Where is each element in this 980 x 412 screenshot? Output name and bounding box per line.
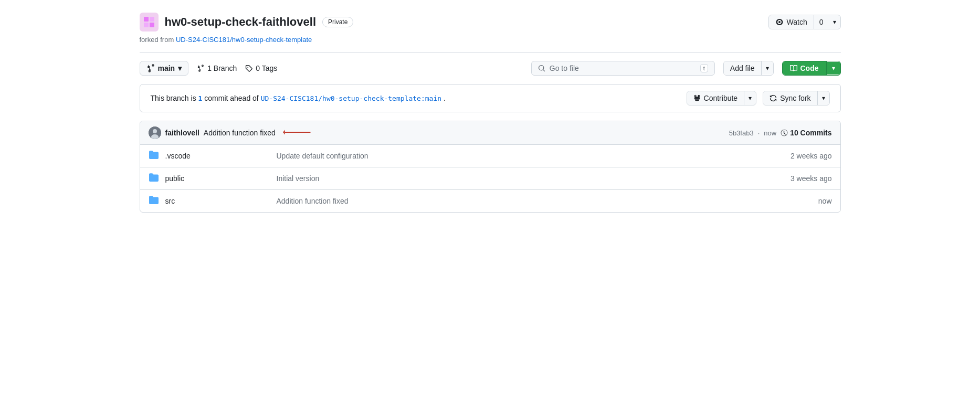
code-caret-icon[interactable]: ▾ — [827, 62, 840, 75]
folder-icon-public — [149, 173, 159, 184]
fork-link[interactable]: UD-S24-CISC181/hw0-setup-check-template — [176, 36, 312, 44]
search-icon — [538, 65, 545, 72]
toolbar-left: main ▾ 1 Branch 0 Tags — [140, 61, 523, 76]
folder-icon-src — [149, 195, 159, 207]
file-commit-msg-public: Initial version — [277, 174, 773, 183]
sync-fork-button-group[interactable]: Sync fork ▾ — [763, 91, 829, 105]
branch-selector[interactable]: main ▾ — [140, 61, 189, 76]
watch-button-main[interactable]: Watch — [769, 15, 814, 29]
branch-banner-text: This branch is 1 commit ahead of UD-S24-… — [151, 94, 446, 102]
code-icon — [790, 65, 797, 72]
commits-link[interactable]: 10 Commits — [781, 129, 831, 137]
commits-count: 10 Commits — [790, 129, 831, 137]
code-button-main[interactable]: Code — [783, 61, 827, 75]
branch-icon — [146, 64, 155, 72]
banner-text-after: . — [444, 94, 446, 102]
file-name-public[interactable]: public — [165, 174, 270, 183]
svg-rect-1 — [150, 17, 154, 22]
watch-count[interactable]: 0 — [814, 15, 829, 29]
sync-fork-label: Sync fork — [780, 94, 810, 102]
banner-commit-count[interactable]: 1 — [198, 94, 203, 102]
commit-author: faithlovell Addition function fixed — [149, 126, 729, 139]
search-input[interactable] — [550, 64, 696, 72]
branch-banner: This branch is 1 commit ahead of UD-S24-… — [140, 84, 841, 112]
search-shortcut: t — [700, 64, 708, 72]
code-button-group[interactable]: Code ▾ — [782, 61, 841, 76]
tag-icon — [245, 65, 252, 72]
banner-text-middle: commit ahead of — [204, 94, 260, 102]
commit-hash-dot: · — [758, 129, 760, 137]
file-row: src Addition function fixed now — [140, 190, 840, 212]
watch-button-group[interactable]: Watch 0 ▾ — [768, 15, 841, 29]
sync-icon — [770, 94, 777, 102]
banner-text-before: This branch is — [151, 94, 196, 102]
svg-marker-8 — [283, 130, 285, 134]
file-commit-msg-vscode: Update default configuration — [277, 152, 773, 160]
file-row: public Initial version 3 weeks ago — [140, 167, 840, 190]
tag-count-label: 0 Tags — [256, 64, 277, 72]
branch-caret-icon: ▾ — [178, 64, 182, 72]
repo-icon — [140, 13, 159, 31]
avatar-image — [149, 126, 161, 139]
contribute-button-group[interactable]: Contribute ▾ — [687, 91, 757, 105]
sync-fork-button-main[interactable]: Sync fork — [763, 91, 817, 105]
contribute-caret-icon[interactable]: ▾ — [744, 92, 756, 104]
code-label: Code — [800, 64, 819, 72]
toolbar: main ▾ 1 Branch 0 Tags — [140, 61, 841, 76]
contribute-label: Contribute — [704, 94, 738, 102]
file-name-vscode[interactable]: .vscode — [165, 152, 270, 160]
add-file-main[interactable]: Add file — [724, 61, 762, 75]
file-table: faithlovell Addition function fixed 5b3f… — [140, 121, 841, 213]
fork-text: forked from — [140, 36, 174, 44]
file-time-vscode: 2 weeks ago — [779, 152, 832, 160]
avatar[interactable] — [149, 126, 161, 139]
svg-rect-2 — [144, 23, 149, 27]
file-time-src: now — [779, 197, 832, 205]
eye-icon — [775, 18, 784, 26]
fork-info: forked from UD-S24-CISC181/hw0-setup-che… — [140, 36, 841, 44]
watch-label: Watch — [787, 18, 807, 26]
contribute-icon — [693, 94, 701, 102]
branch-count-icon — [197, 65, 204, 72]
branch-name: main — [158, 64, 175, 72]
repo-name: hw0-setup-check-faithlovell — [165, 15, 317, 29]
add-file-caret-icon[interactable]: ▾ — [762, 62, 773, 75]
contribute-button-main[interactable]: Contribute — [687, 91, 745, 105]
folder-icon-vscode — [149, 150, 159, 162]
branch-count-label: 1 Branch — [207, 64, 237, 72]
add-file-button-group[interactable]: Add file ▾ — [723, 61, 774, 76]
file-row: .vscode Update default configuration 2 w… — [140, 145, 840, 167]
arrow-indicator — [283, 127, 314, 139]
private-badge: Private — [322, 17, 353, 27]
commit-time: now — [764, 129, 776, 137]
svg-point-5 — [153, 129, 157, 133]
branch-banner-actions: Contribute ▾ Sync fork ▾ — [687, 91, 830, 105]
repo-header: hw0-setup-check-faithlovell Private Watc… — [140, 13, 841, 31]
commit-hash: 5b3fab3 — [729, 129, 754, 137]
banner-upstream-link[interactable]: UD-S24-CISC181/hw0-setup-check-template:… — [261, 94, 441, 102]
file-commit-msg-src: Addition function fixed — [277, 197, 773, 205]
branch-count[interactable]: 1 Branch — [197, 64, 237, 72]
file-name-src[interactable]: src — [165, 197, 270, 205]
commit-author-name[interactable]: faithlovell — [165, 129, 199, 137]
file-table-header: faithlovell Addition function fixed 5b3f… — [140, 121, 840, 145]
tag-count[interactable]: 0 Tags — [245, 64, 277, 72]
search-box[interactable]: t — [531, 61, 715, 76]
svg-rect-3 — [150, 23, 154, 27]
commit-meta: 5b3fab3 · now 10 Commits — [729, 129, 832, 137]
page-container: hw0-setup-check-faithlovell Private Watc… — [123, 0, 858, 225]
repo-title-left: hw0-setup-check-faithlovell Private — [140, 13, 354, 31]
file-time-public: 3 weeks ago — [779, 174, 832, 183]
commit-message[interactable]: Addition function fixed — [204, 129, 276, 137]
history-icon — [781, 129, 788, 136]
watch-caret-icon[interactable]: ▾ — [829, 16, 840, 28]
header-divider — [140, 52, 841, 52]
sync-fork-caret-icon[interactable]: ▾ — [818, 92, 829, 104]
svg-rect-0 — [144, 17, 149, 22]
